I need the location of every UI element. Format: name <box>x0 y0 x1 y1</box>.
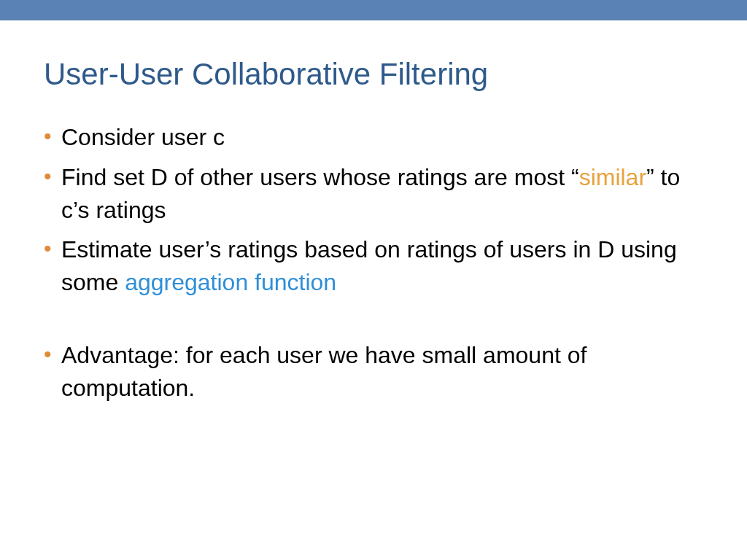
highlight-similar: similar <box>579 164 646 190</box>
bullet-text: Consider user c <box>61 124 225 150</box>
highlight-aggregation-function: aggregation function <box>125 269 336 295</box>
slide-content: User-User Collaborative Filtering Consid… <box>0 20 747 405</box>
slide-title: User-User Collaborative Filtering <box>44 57 703 92</box>
bullet-item: Find set D of other users whose ratings … <box>44 161 703 227</box>
bullet-text: Advantage: for each user we have small a… <box>61 342 587 401</box>
bullet-text: Find set D of other users whose ratings … <box>61 164 579 190</box>
bullet-item: Estimate user’s ratings based on ratings… <box>44 233 703 299</box>
bullet-item: Advantage: for each user we have small a… <box>44 339 703 405</box>
bullet-list: Consider user c Find set D of other user… <box>44 121 703 405</box>
bullet-item: Consider user c <box>44 121 703 154</box>
top-accent-bar <box>0 0 747 20</box>
